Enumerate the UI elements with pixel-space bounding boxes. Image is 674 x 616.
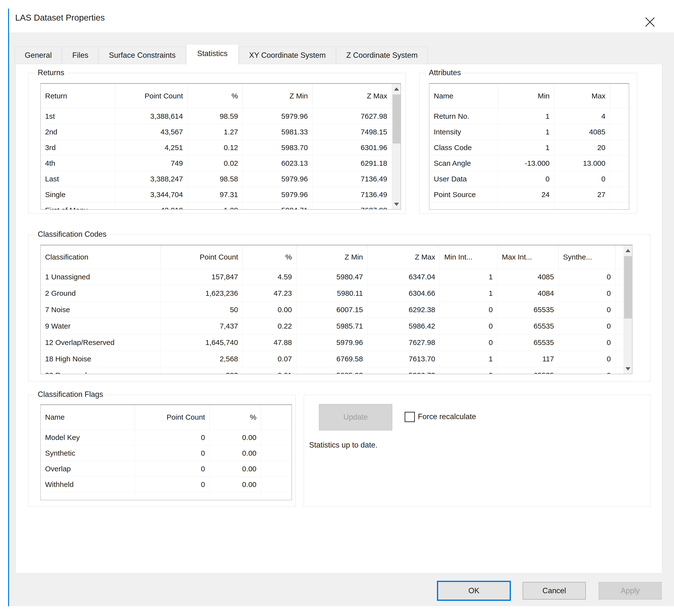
table-row[interactable]: 7 Noise500.006007.156292.380655350 [41, 301, 632, 318]
table-cell: 0 [135, 477, 210, 492]
table-cell: 3,344,704 [115, 187, 188, 202]
column-header[interactable]: Min [498, 84, 554, 108]
ok-button[interactable]: OK [437, 581, 511, 601]
table-row[interactable]: Single3,344,70497.315979.967136.49 [41, 187, 401, 202]
table-row[interactable]: Return No.14 [429, 108, 629, 124]
table-row[interactable]: Class Code120 [429, 140, 629, 155]
table-row[interactable]: Point Source2427 [429, 187, 629, 202]
table-cell: 4.59 [243, 269, 297, 285]
table-row[interactable] [41, 492, 292, 500]
table-row[interactable]: 3rd4,2510.125983.706301.96 [41, 140, 401, 155]
table-cell: Overlap [41, 461, 135, 476]
column-header[interactable]: Z Max [368, 245, 440, 269]
column-header[interactable]: Point Count [161, 245, 243, 269]
table-cell: 6023.13 [243, 155, 313, 171]
column-header[interactable] [610, 84, 628, 108]
table-cell: 4th [41, 155, 115, 171]
table-cell: 0 [498, 171, 554, 187]
table-row[interactable]: 9 Water7,4370.225985.715986.420655350 [41, 318, 632, 334]
column-header[interactable]: Point Count [115, 84, 188, 108]
table-row[interactable]: User Data00 [429, 171, 629, 187]
table-row[interactable]: First of Many43,9101.285984.717627.98 [41, 202, 401, 210]
table-cell [615, 285, 625, 301]
table-row[interactable]: Synthetic00.00 [41, 445, 292, 461]
column-header[interactable]: % [210, 405, 261, 429]
table-cell: 7627.98 [368, 335, 440, 351]
column-header[interactable]: Z Min [297, 245, 368, 269]
table-cell [554, 203, 610, 210]
scroll-down-button[interactable] [392, 199, 401, 209]
triangle-down-icon [394, 203, 399, 206]
table-row[interactable]: Overlap00.00 [41, 461, 292, 476]
table-cell [615, 351, 625, 367]
apply-button[interactable]: Apply [598, 582, 662, 600]
table-cell: 1 [498, 124, 554, 140]
table-row[interactable]: 20 Reserved3030.015985.985986.730655350 [41, 367, 632, 374]
table-row[interactable]: 1st3,388,61498.595979.967627.98 [41, 108, 401, 124]
column-header[interactable]: % [188, 84, 243, 108]
column-header[interactable]: Classification [41, 245, 161, 269]
returns-table[interactable]: ReturnPoint Count%Z MinZ Max 1st3,388,61… [40, 83, 401, 210]
tab-statistics[interactable]: Statistics [186, 44, 239, 65]
scroll-thumb[interactable] [392, 95, 401, 143]
table-cell: 5979.96 [243, 187, 313, 202]
table-cell: Model Key [41, 430, 135, 445]
table-row[interactable]: 2nd43,5671.275981.337498.15 [41, 124, 401, 140]
column-header[interactable]: Name [429, 84, 498, 108]
tab-z-coordinate-system[interactable]: Z Coordinate System [336, 46, 428, 64]
scroll-up-button[interactable] [392, 84, 401, 94]
table-row[interactable]: 4th7490.026023.136291.18 [41, 155, 401, 171]
table-cell: 1 [498, 140, 554, 155]
tab-files[interactable]: Files [62, 46, 98, 64]
column-header[interactable]: Z Min [243, 84, 313, 108]
column-header[interactable] [615, 245, 625, 269]
table-cell: 0 [559, 335, 615, 351]
column-header[interactable]: Point Count [135, 405, 210, 429]
table-row[interactable]: Last3,388,24798.585979.967136.49 [41, 171, 401, 187]
close-button[interactable] [642, 14, 658, 31]
table-cell: 6347.04 [368, 269, 440, 285]
table-row[interactable]: 12 Overlap/Reserved1,645,74047.885979.96… [41, 334, 632, 351]
column-header[interactable]: Min Int... [440, 245, 497, 269]
cancel-button[interactable]: Cancel [523, 582, 586, 600]
scroll-up-button[interactable] [624, 245, 632, 256]
attributes-table[interactable]: NameMinMaxReturn No.14Intensity14085Clas… [429, 83, 629, 210]
scroll-down-button[interactable] [624, 364, 632, 374]
table-row[interactable]: 2 Ground1,623,23647.235980.116304.661408… [41, 285, 632, 301]
table-cell [498, 203, 554, 210]
table-row[interactable]: 1 Unassigned157,8474.595980.476347.04140… [41, 269, 632, 285]
table-row[interactable]: Scan Angle-13.00013.000 [429, 155, 629, 171]
column-header[interactable]: Max [554, 84, 610, 108]
table-row[interactable]: Model Key00.00 [41, 429, 292, 445]
column-header[interactable] [261, 405, 291, 429]
table-cell: Point Source [429, 187, 498, 202]
table-cell: 1 [440, 351, 497, 367]
table-row[interactable]: 18 High Noise2,5680.076769.587613.701117… [41, 351, 632, 367]
force-recalculate-checkbox[interactable] [405, 412, 415, 422]
table-cell: 0 [559, 301, 615, 318]
returns-vertical-scrollbar[interactable] [392, 84, 401, 209]
codes-vertical-scrollbar[interactable] [624, 245, 632, 374]
table-cell: 47.23 [243, 285, 297, 301]
column-header[interactable]: Name [41, 405, 135, 429]
update-button[interactable]: Update [319, 404, 392, 430]
table-cell: 50 [161, 301, 243, 318]
tab-xy-coordinate-system[interactable]: XY Coordinate System [239, 46, 336, 64]
column-header[interactable]: Synthe... [559, 245, 615, 269]
table-cell: 1 [440, 269, 497, 285]
table-cell: 7,437 [161, 318, 243, 334]
table-row[interactable]: Intensity14085 [429, 124, 629, 140]
tab-surface-constraints[interactable]: Surface Constraints [99, 46, 186, 64]
classification-flags-table[interactable]: NamePoint Count%Model Key00.00Synthetic0… [40, 404, 292, 500]
close-icon [645, 17, 655, 28]
table-row[interactable]: Withheld00.00 [41, 476, 292, 492]
column-header[interactable]: Max Int... [497, 245, 559, 269]
column-header[interactable]: Return [41, 84, 115, 108]
classification-codes-table[interactable]: ClassificationPoint Count%Z MinZ MaxMin … [40, 245, 632, 374]
table-row[interactable] [429, 202, 629, 210]
table-cell: Last [41, 171, 115, 187]
tab-general[interactable]: General [15, 46, 62, 64]
column-header[interactable]: Z Max [313, 84, 392, 108]
column-header[interactable]: % [243, 245, 297, 269]
scroll-thumb[interactable] [624, 256, 632, 319]
